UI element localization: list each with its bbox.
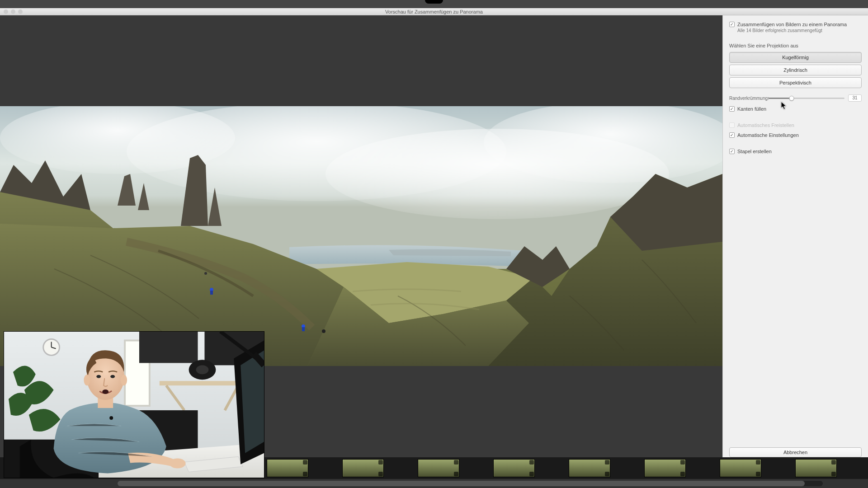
auto-settings-checkbox[interactable] — [729, 132, 735, 138]
projection-cylindrical-button[interactable]: Zylindrisch — [729, 65, 862, 75]
presenter-webcam-overlay — [4, 331, 264, 478]
projection-spherical-button[interactable]: Kugelförmig — [729, 52, 862, 63]
boundary-warp-row: Randverkrümmung: 31 — [729, 94, 862, 102]
notch — [425, 0, 443, 4]
boundary-warp-value[interactable]: 31 — [848, 94, 862, 102]
thumbnail[interactable] — [267, 459, 308, 477]
merge-title: Zusammenfügen von Bildern zu einem Panor… — [737, 22, 847, 27]
auto-settings-label: Automatische Einstellungen — [737, 132, 799, 138]
svg-point-32 — [196, 365, 209, 374]
cancel-button[interactable]: Abbrechen — [729, 447, 862, 457]
traffic-lights[interactable] — [4, 9, 23, 14]
svg-rect-6 — [210, 291, 213, 295]
fill-edges-checkbox[interactable] — [729, 106, 735, 112]
svg-point-27 — [96, 375, 101, 378]
svg-point-28 — [110, 375, 115, 378]
panorama-options-sidebar: Zusammenfügen von Bildern zu einem Panor… — [722, 15, 868, 479]
thumbnail[interactable] — [644, 459, 686, 477]
panorama-image — [0, 106, 722, 366]
thumbnail[interactable] — [493, 459, 535, 477]
create-stack-checkbox[interactable] — [729, 149, 735, 154]
slider-thumb[interactable] — [789, 96, 794, 101]
window-titlebar: Vorschau für Zusammenfügen zu Panorama — [0, 8, 868, 15]
thumbnail[interactable] — [418, 459, 459, 477]
create-stack-row[interactable]: Stapel erstellen — [729, 149, 862, 154]
auto-crop-checkbox — [729, 122, 735, 128]
projection-label: Wählen Sie eine Projektion aus — [729, 43, 862, 48]
merge-info-icon — [729, 22, 735, 27]
thumbnail[interactable] — [795, 459, 837, 477]
projection-perspective-button[interactable]: Perspektivisch — [729, 77, 862, 88]
svg-rect-9 — [302, 327, 305, 331]
svg-rect-18 — [139, 332, 198, 363]
fill-edges-label: Kanten füllen — [737, 106, 766, 112]
boundary-warp-slider[interactable] — [768, 98, 844, 99]
svg-point-26 — [121, 375, 127, 385]
svg-point-29 — [102, 389, 108, 394]
merge-status: Alle 14 Bilder erfolgreich zusammengefüg… — [737, 28, 862, 33]
svg-point-30 — [109, 416, 113, 420]
svg-point-10 — [322, 329, 326, 333]
svg-point-25 — [84, 375, 90, 385]
thumbnail[interactable] — [569, 459, 610, 477]
macos-menubar — [0, 0, 868, 8]
window-title: Vorschau für Zusammenfügen zu Panorama — [385, 9, 483, 14]
svg-point-7 — [204, 272, 207, 275]
auto-crop-label: Automatisches Freistellen — [737, 122, 794, 128]
merge-title-row: Zusammenfügen von Bildern zu einem Panor… — [729, 22, 862, 27]
boundary-warp-label: Randverkrümmung: — [729, 96, 764, 101]
scrollbar-thumb[interactable] — [118, 481, 805, 486]
thumbnail[interactable] — [342, 459, 384, 477]
auto-settings-row[interactable]: Automatische Einstellungen — [729, 132, 862, 138]
fill-edges-row[interactable]: Kanten füllen — [729, 106, 862, 112]
auto-crop-row: Automatisches Freistellen — [729, 122, 862, 128]
create-stack-label: Stapel erstellen — [737, 149, 772, 154]
filmstrip-scrollbar[interactable] — [118, 481, 823, 486]
svg-point-22 — [170, 459, 186, 469]
thumbnail[interactable] — [720, 459, 761, 477]
